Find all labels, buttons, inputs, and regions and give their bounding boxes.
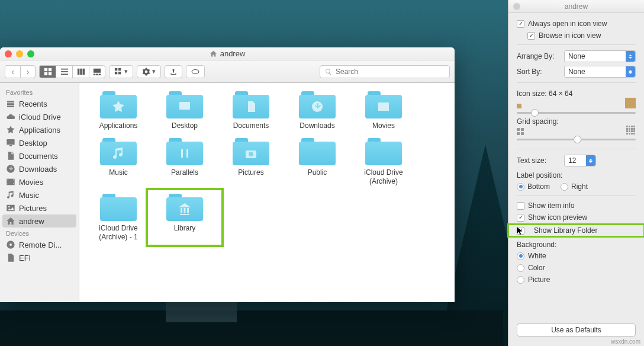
- background-picture-radio[interactable]: Picture: [517, 274, 636, 286]
- forward-button[interactable]: ›: [20, 65, 36, 78]
- folder-pictures[interactable]: Pictures: [218, 138, 284, 185]
- sidebar-item-pictures[interactable]: Pictures: [0, 201, 79, 214]
- svg-rect-25: [13, 180, 14, 180]
- sidebar-item-andrew[interactable]: andrew: [2, 214, 76, 228]
- back-button[interactable]: ‹: [5, 65, 20, 78]
- view-options-panel: andrew Always open in icon view Browse i…: [508, 0, 644, 346]
- background-color-radio[interactable]: Color: [517, 262, 636, 274]
- toolbar: ‹ › ▾ ▾: [0, 60, 455, 83]
- sort-by-select[interactable]: None: [564, 66, 636, 78]
- svg-rect-15: [118, 68, 121, 70]
- minimize-button[interactable]: [16, 50, 23, 57]
- document-icon: [6, 253, 15, 262]
- svg-rect-13: [99, 73, 101, 75]
- sidebar-item-efi[interactable]: EFI: [0, 251, 79, 264]
- watermark: wsxdn.com: [611, 338, 640, 345]
- folder-music[interactable]: Music: [85, 138, 152, 185]
- folder-icloud-archive[interactable]: iCloud Drive (Archive): [350, 138, 417, 185]
- icon-size-slider[interactable]: [517, 112, 636, 114]
- document-icon: [6, 151, 15, 161]
- icon-size-label: Icon size: 64 × 64: [517, 89, 636, 98]
- svg-rect-8: [80, 68, 82, 75]
- window-title: andrew: [210, 49, 246, 58]
- sidebar-item-documents[interactable]: Documents: [0, 149, 79, 162]
- svg-rect-31: [179, 102, 190, 110]
- always-open-checkbox[interactable]: Always open in icon view: [517, 18, 636, 30]
- list-view-button[interactable]: [56, 65, 72, 78]
- svg-rect-24: [8, 184, 8, 184]
- folder-documents[interactable]: Documents: [218, 91, 284, 130]
- grid-spacing-slider[interactable]: [517, 139, 636, 140]
- sidebar-item-recents[interactable]: Recents: [0, 97, 79, 110]
- folder-library[interactable]: Library: [152, 194, 218, 241]
- svg-rect-6: [60, 73, 67, 75]
- share-button[interactable]: [165, 65, 182, 78]
- svg-rect-12: [96, 73, 98, 75]
- disc-icon: [6, 240, 15, 249]
- browse-checkbox[interactable]: Browse in icon view: [517, 30, 636, 45]
- music-icon: [6, 190, 15, 200]
- checkbox-icon: [517, 214, 524, 222]
- sidebar-item-movies[interactable]: Movies: [0, 175, 79, 188]
- folder-public[interactable]: Public: [284, 138, 350, 185]
- sidebar-item-music[interactable]: Music: [0, 188, 79, 201]
- sidebar-item-downloads[interactable]: Downloads: [0, 162, 79, 175]
- show-item-info-checkbox[interactable]: Show item info: [517, 200, 636, 212]
- movies-icon: [376, 100, 391, 114]
- svg-point-18: [192, 69, 199, 73]
- svg-point-37: [249, 152, 253, 156]
- sidebar-item-icloud[interactable]: iCloud Drive: [0, 110, 79, 123]
- folder-movies[interactable]: Movies: [350, 91, 417, 130]
- close-button[interactable]: [5, 50, 12, 57]
- svg-rect-7: [77, 68, 79, 75]
- svg-point-30: [9, 244, 12, 246]
- arrange-by-label: Arrange By:: [517, 52, 559, 60]
- music-icon: [111, 146, 125, 161]
- use-as-defaults-button[interactable]: Use as Defaults: [517, 323, 636, 337]
- show-library-checkbox[interactable]: Show Library Folder: [508, 225, 644, 236]
- icon-view-button[interactable]: [39, 65, 56, 78]
- applications-icon: [111, 100, 125, 114]
- panel-close-button[interactable]: [513, 3, 520, 10]
- action-dropdown[interactable]: ▾: [137, 65, 161, 78]
- label-bottom-radio[interactable]: Bottom: [517, 182, 550, 191]
- search-input[interactable]: [336, 68, 445, 76]
- grid-spacing-label: Grid spacing:: [517, 117, 636, 126]
- background-label: Background:: [517, 238, 636, 250]
- svg-rect-11: [94, 73, 96, 75]
- text-size-label: Text size:: [517, 156, 559, 165]
- folder-applications[interactable]: Applications: [85, 91, 152, 130]
- column-view-button[interactable]: [72, 65, 89, 78]
- gallery-view-button[interactable]: [89, 65, 105, 78]
- zoom-button[interactable]: [27, 50, 34, 57]
- search-field[interactable]: [320, 65, 450, 78]
- group-dropdown[interactable]: ▾: [109, 65, 133, 78]
- folder-parallels[interactable]: Parallels: [152, 138, 218, 185]
- svg-rect-1: [48, 68, 51, 71]
- camera-icon: [244, 146, 258, 161]
- sidebar-item-remote-disc[interactable]: Remote Di...: [0, 238, 79, 251]
- svg-rect-26: [13, 184, 14, 184]
- show-icon-preview-checkbox[interactable]: Show icon preview: [517, 212, 636, 223]
- document-icon: [244, 100, 258, 114]
- background-white-radio[interactable]: White: [517, 250, 636, 262]
- tags-button[interactable]: [186, 65, 205, 78]
- svg-rect-33: [378, 102, 389, 111]
- sidebar-item-applications[interactable]: Applications: [0, 123, 79, 136]
- text-size-select[interactable]: 12: [564, 155, 596, 166]
- label-right-radio[interactable]: Right: [561, 182, 588, 191]
- sidebar-item-desktop[interactable]: Desktop: [0, 136, 79, 149]
- finder-window: andrew ‹ › ▾ ▾ Favorites Recents iCloud …: [0, 47, 455, 302]
- recents-icon: [6, 99, 15, 108]
- folder-downloads[interactable]: Downloads: [284, 91, 350, 130]
- radio-icon: [517, 276, 524, 284]
- svg-rect-5: [60, 71, 67, 72]
- parallels-icon: [178, 146, 192, 161]
- svg-rect-14: [115, 68, 117, 70]
- folder-desktop[interactable]: Desktop: [152, 91, 218, 130]
- arrange-by-select[interactable]: None: [564, 50, 636, 62]
- folder-icloud-archive-1[interactable]: iCloud Drive (Archive) - 1: [85, 194, 152, 241]
- radio-icon: [561, 183, 568, 191]
- svg-rect-19: [7, 139, 14, 145]
- label-position-label: Label position:: [517, 168, 636, 181]
